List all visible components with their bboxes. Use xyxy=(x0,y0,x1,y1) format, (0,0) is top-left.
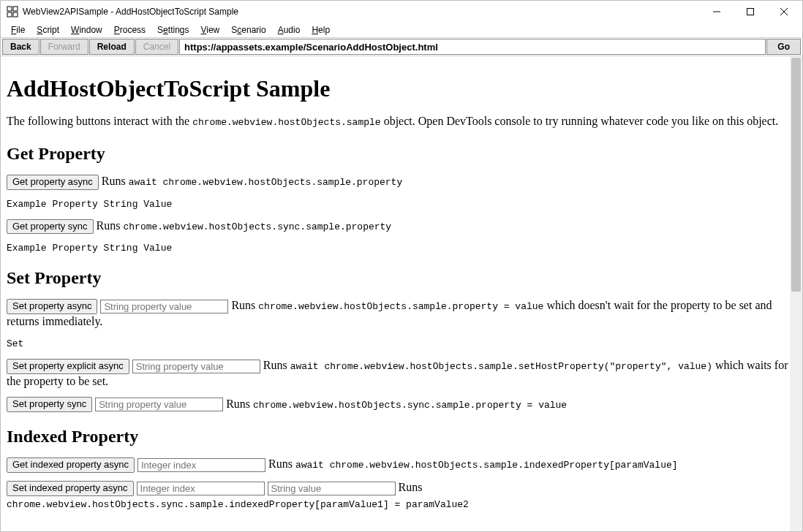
get-indexed-code: await chrome.webview.hostObjects.sample.… xyxy=(295,460,678,471)
window-title: WebView2APISample - AddHostObjectToScrip… xyxy=(23,7,700,17)
set-property-async-row: Set property async Runs chrome.webview.h… xyxy=(7,298,796,330)
svg-rect-3 xyxy=(13,12,18,17)
close-button[interactable] xyxy=(767,1,801,23)
set-property-async-button[interactable]: Set property async xyxy=(7,299,97,314)
set-async-input[interactable] xyxy=(100,300,228,314)
intro-code: chrome.webview.hostObjects.sample xyxy=(192,117,380,128)
app-icon xyxy=(7,6,18,18)
menu-audio[interactable]: Audio xyxy=(272,23,306,37)
set-property-sync-row: Set property sync Runs chrome.webview.ho… xyxy=(7,397,796,413)
scrollbar-thumb[interactable] xyxy=(791,58,801,292)
get-indexed-row: Get indexed property async Runs await ch… xyxy=(7,457,796,473)
set-indexed-int-input[interactable] xyxy=(137,482,265,495)
intro-paragraph: The following buttons interact with the … xyxy=(7,114,796,129)
minimize-button[interactable] xyxy=(700,1,734,23)
cancel-button[interactable]: Cancel xyxy=(135,39,178,55)
get-async-result: Example Property String Value xyxy=(7,199,796,210)
set-property-heading: Set Property xyxy=(7,268,796,288)
forward-button[interactable]: Forward xyxy=(40,39,88,55)
intro-prefix: The following buttons interact with the xyxy=(7,115,192,127)
menu-settings[interactable]: Settings xyxy=(151,23,195,37)
webview-area: AddHostObjectToScript Sample The followi… xyxy=(1,56,802,532)
menu-help[interactable]: Help xyxy=(306,23,336,37)
set-indexed-async-button[interactable]: Set indexed property async xyxy=(7,481,134,496)
get-property-sync-button[interactable]: Get property sync xyxy=(7,219,94,235)
reload-button[interactable]: Reload xyxy=(89,39,135,55)
toolbar: Back Forward Reload Cancel Go xyxy=(1,37,802,56)
set-property-explicit-async-button[interactable]: Set property explicit async xyxy=(7,359,129,374)
indexed-property-heading: Indexed Property xyxy=(7,427,796,446)
menu-window[interactable]: Window xyxy=(65,23,108,37)
set-sync-input[interactable] xyxy=(95,398,223,411)
address-bar[interactable] xyxy=(179,39,766,55)
svg-rect-0 xyxy=(7,7,12,11)
set-async-code: chrome.webview.hostObjects.sample.proper… xyxy=(258,301,543,312)
set-indexed-code: chrome.webview.hostObjects.sync.sample.i… xyxy=(7,499,469,510)
menu-file[interactable]: File xyxy=(5,23,31,37)
maximize-button[interactable] xyxy=(734,1,767,23)
set-async-result: Set xyxy=(7,338,796,349)
page-title: AddHostObjectToScript Sample xyxy=(7,75,796,102)
svg-rect-1 xyxy=(13,7,18,11)
runs-label: Runs xyxy=(102,175,129,187)
get-indexed-async-button[interactable]: Get indexed property async xyxy=(7,457,135,473)
window-controls xyxy=(700,1,801,23)
get-indexed-input[interactable] xyxy=(137,458,265,472)
menu-script[interactable]: Script xyxy=(31,23,65,37)
page-content: AddHostObjectToScript Sample The followi… xyxy=(1,56,802,532)
set-explicit-code: await chrome.webview.hostObjects.sample.… xyxy=(290,361,712,372)
set-explicit-input[interactable] xyxy=(132,360,260,373)
back-button[interactable]: Back xyxy=(2,39,39,55)
runs-label: Runs xyxy=(97,219,124,232)
title-bar: WebView2APISample - AddHostObjectToScrip… xyxy=(1,1,802,23)
get-async-code: await chrome.webview.hostObjects.sample.… xyxy=(129,177,402,188)
svg-rect-5 xyxy=(747,8,754,15)
get-sync-code: chrome.webview.hostObjects.sync.sample.p… xyxy=(124,221,392,232)
set-property-explicit-row: Set property explicit async Runs await c… xyxy=(7,358,796,390)
get-property-heading: Get Property xyxy=(7,144,796,164)
menu-scenario[interactable]: Scenario xyxy=(225,23,271,37)
runs-label: Runs xyxy=(399,481,423,493)
vertical-scrollbar[interactable] xyxy=(790,56,802,532)
get-property-async-row: Get property async Runs await chrome.web… xyxy=(7,174,796,190)
menu-view[interactable]: View xyxy=(195,23,225,37)
runs-label: Runs xyxy=(226,398,253,410)
go-button[interactable]: Go xyxy=(766,39,801,55)
set-property-sync-button[interactable]: Set property sync xyxy=(7,397,92,412)
runs-label: Runs xyxy=(263,359,290,371)
runs-label: Runs xyxy=(268,457,295,470)
menu-bar: File Script Window Process Settings View… xyxy=(1,23,802,37)
menu-process[interactable]: Process xyxy=(108,23,151,37)
svg-rect-2 xyxy=(7,12,12,17)
intro-suffix: object. Open DevTools console to try run… xyxy=(381,115,779,127)
set-indexed-string-input[interactable] xyxy=(268,482,396,495)
get-sync-result: Example Property String Value xyxy=(7,243,796,254)
set-sync-code: chrome.webview.hostObjects.sync.sample.p… xyxy=(253,400,567,411)
runs-label: Runs xyxy=(231,299,258,311)
get-property-sync-row: Get property sync Runs chrome.webview.ho… xyxy=(7,218,796,235)
set-indexed-row: Set indexed property async Runs chrome.w… xyxy=(7,480,796,512)
get-property-async-button[interactable]: Get property async xyxy=(7,175,99,190)
